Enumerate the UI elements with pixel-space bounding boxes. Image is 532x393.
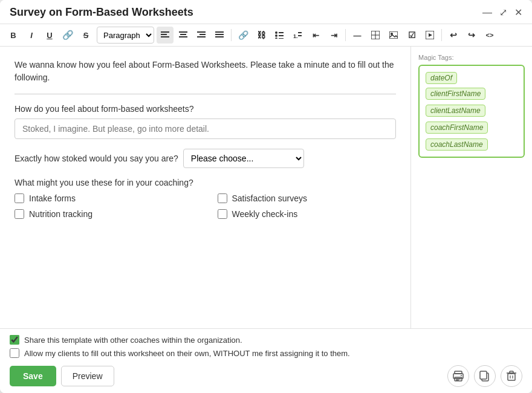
undo-button[interactable]: ↩ [445,27,462,44]
weekly-checkbox[interactable] [218,209,227,219]
toolbar-divider-2 [345,29,346,41]
intro-text: We wanna know how you feel about Form-Ba… [15,59,396,84]
checkbox-item-weekly: Weekly check-ins [218,209,397,219]
svg-point-18 [275,34,277,37]
svg-rect-39 [480,371,487,379]
satisfaction-checkbox[interactable] [218,193,227,203]
svg-rect-12 [215,31,224,33]
magic-tags-row-4: coachLastName [426,138,517,151]
paragraph-select[interactable]: Paragraph Heading 1 Heading 2 [97,27,154,44]
tag-coachlastname[interactable]: coachLastName [426,138,488,151]
strikethrough-button[interactable]: S [77,27,94,44]
share-checkbox[interactable] [10,335,19,345]
footer-checkbox-item-1: Share this template with other coaches w… [10,335,522,345]
window-controls: — ⤢ ✕ [482,8,522,18]
footer-left: Save Preview [10,366,114,386]
hr-button[interactable]: — [349,27,366,44]
preview-button[interactable]: Preview [61,366,114,386]
checkbox-item-satisfaction: Satisfaction surveys [218,193,397,203]
tag-dateof[interactable]: dateOf [426,72,457,84]
link-button[interactable]: 🔗 [59,27,76,44]
unlink-button[interactable]: ⛓ [253,27,270,44]
bold-button[interactable]: B [5,27,22,44]
main-area: We wanna know how you feel about Form-Ba… [0,47,532,328]
delete-button[interactable] [501,365,522,387]
duplicate-button[interactable] [474,365,496,387]
svg-rect-14 [215,36,224,37]
nutrition-checkbox[interactable] [15,209,24,219]
question2-row: Exactly how stoked would you say you are… [15,149,396,168]
footer-actions: Save Preview [10,365,522,387]
toolbar-divider-3 [441,29,442,41]
svg-rect-23 [298,32,302,33]
footer-right [447,365,522,387]
ul-button[interactable] [271,27,288,44]
magic-tags-row-1: dateOf clientFirstName [426,72,517,100]
magic-tags-label: Magic Tags: [418,54,525,61]
svg-rect-9 [199,34,206,35]
svg-rect-21 [279,38,284,39]
link2-button[interactable]: 🔗 [235,27,251,44]
intake-checkbox[interactable] [15,193,24,203]
question2-label: Exactly how stoked would you say you are… [15,154,178,163]
ol-button[interactable]: 1. [289,27,306,44]
window-title: Survey on Form-Based Worksheets [10,6,193,19]
indent-less-button[interactable]: ⇤ [307,27,324,44]
restore-button[interactable]: ⤢ [499,8,507,18]
svg-point-16 [275,31,277,34]
allow-label: Allow my clients to fill out this worksh… [24,349,350,358]
magic-tags-row-2: clientLastName [426,105,517,117]
svg-rect-8 [197,31,206,33]
save-button[interactable]: Save [10,366,56,386]
underline-button[interactable]: U [41,27,58,44]
sidebar: Magic Tags: dateOf clientFirstName clien… [411,47,532,328]
allow-checkbox[interactable] [10,348,19,358]
magic-tags-box: dateOf clientFirstName clientLastName co… [418,65,525,158]
svg-rect-13 [215,34,224,35]
align-center-button[interactable] [175,27,192,44]
magic-tags-row-3: coachFirstName [426,122,517,134]
footer: Share this template with other coaches w… [0,328,532,393]
svg-rect-6 [179,36,187,37]
media-button[interactable] [421,27,438,44]
weekly-label: Weekly check-ins [232,209,298,219]
redo-button[interactable]: ↪ [463,27,480,44]
title-bar: Survey on Form-Based Worksheets — ⤢ ✕ [0,0,532,24]
image-button[interactable] [385,27,402,44]
code-button[interactable]: <> [481,27,498,44]
italic-button[interactable]: I [23,27,40,44]
satisfaction-label: Satisfaction surveys [232,193,308,203]
tag-clientlastname[interactable]: clientLastName [426,105,485,117]
editor-toolbar: B I U 🔗 S Paragraph Heading 1 Heading 2 … [0,24,532,47]
align-left-button[interactable] [157,27,174,44]
question1-input[interactable] [15,119,396,139]
question1-label: How do you feel about form-based workshe… [15,104,396,114]
question2-select[interactable]: Please choose... Very stoked Somewhat st… [183,149,304,168]
svg-rect-36 [456,380,459,381]
close-button[interactable]: ✕ [514,8,522,18]
align-justify-button[interactable] [211,27,228,44]
checkbox-grid: Intake forms Satisfaction surveys Nutrit… [15,193,396,219]
tag-clientfirstname[interactable]: clientFirstName [426,88,485,100]
svg-rect-4 [179,31,187,33]
checkbox-icon-button[interactable]: ☑ [403,27,420,44]
tag-coachfirstname[interactable]: coachFirstName [426,122,488,134]
share-label: Share this template with other coaches w… [24,336,242,345]
svg-rect-0 [161,31,169,33]
svg-rect-5 [180,34,186,35]
table-button[interactable] [367,27,384,44]
intake-label: Intake forms [29,193,76,203]
svg-rect-2 [161,36,169,37]
toolbar-divider-1 [231,29,232,41]
svg-rect-40 [508,374,515,380]
minimize-button[interactable]: — [482,8,492,18]
print-button[interactable] [447,365,469,387]
svg-rect-42 [510,371,513,373]
indent-more-button[interactable]: ⇥ [325,27,342,44]
svg-text:1.: 1. [293,33,298,39]
svg-rect-17 [279,32,284,33]
footer-checkbox-item-2: Allow my clients to fill out this worksh… [10,348,522,358]
svg-rect-28 [389,31,398,39]
align-right-button[interactable] [193,27,210,44]
nutrition-label: Nutrition tracking [29,209,92,219]
